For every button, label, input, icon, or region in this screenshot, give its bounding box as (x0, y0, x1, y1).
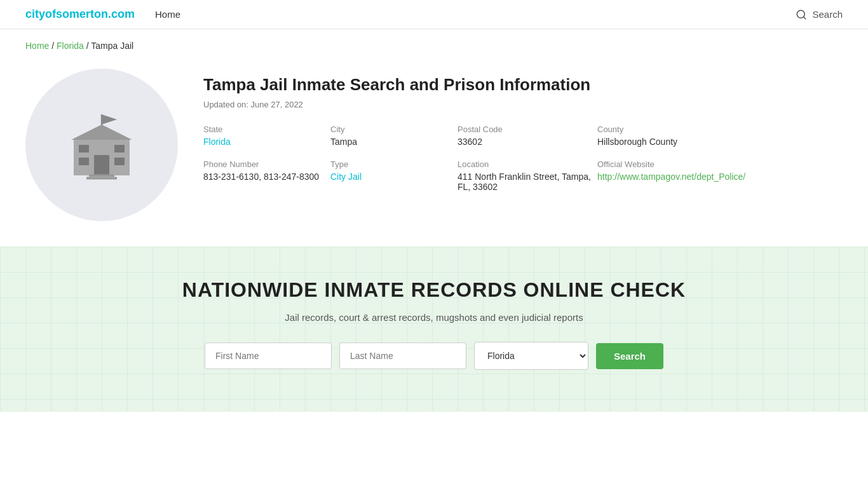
state-value[interactable]: Florida (203, 137, 330, 147)
brand-link[interactable]: cityofsomerton.com (25, 8, 135, 21)
bottom-subtitle: Jail records, court & arrest records, mu… (25, 312, 843, 323)
search-icon (796, 9, 807, 20)
breadcrumb: Home / Florida / Tampa Jail (0, 29, 868, 62)
bottom-section: NATIONWIDE INMATE RECORDS ONLINE CHECK J… (0, 247, 868, 412)
svg-rect-8 (114, 145, 125, 152)
state-cell: State Florida (203, 125, 330, 147)
first-name-input[interactable] (205, 342, 332, 369)
nav-home-link[interactable]: Home (155, 9, 180, 20)
header-search-label: Search (812, 9, 843, 20)
phone-value: 813-231-6130, 813-247-8300 (203, 172, 330, 182)
jail-updated: Updated on: June 27, 2022 (203, 100, 843, 109)
header-left: cityofsomerton.com Home (25, 8, 180, 21)
jail-title: Tampa Jail Inmate Search and Prison Info… (203, 75, 843, 95)
svg-marker-4 (71, 125, 132, 140)
phone-cell: Phone Number 813-231-6130, 813-247-8300 (203, 159, 330, 192)
city-value: Tampa (330, 137, 458, 147)
breadcrumb-state[interactable]: Florida (57, 41, 84, 51)
type-cell: Type City Jail (330, 159, 458, 192)
svg-rect-12 (86, 177, 117, 179)
state-label: State (203, 125, 330, 134)
svg-rect-9 (79, 158, 89, 165)
info-section: Tampa Jail Inmate Search and Prison Info… (203, 69, 843, 192)
postal-cell: Postal Code 33602 (458, 125, 597, 147)
jail-building-icon (51, 94, 153, 196)
state-select[interactable]: AlabamaAlaskaArizonaArkansasCaliforniaCo… (474, 342, 588, 370)
svg-rect-6 (94, 155, 109, 175)
county-cell: County Hillsborough County (597, 125, 763, 147)
main-content: Tampa Jail Inmate Search and Prison Info… (0, 62, 868, 247)
svg-line-1 (804, 17, 806, 18)
breadcrumb-home[interactable]: Home (25, 41, 49, 51)
website-cell: Official Website http://www.tampagov.net… (597, 159, 763, 192)
jail-image-container (25, 69, 178, 221)
location-label: Location (458, 159, 597, 169)
type-label: Type (330, 159, 458, 169)
last-name-input[interactable] (339, 342, 466, 369)
city-cell: City Tampa (330, 125, 458, 147)
location-value: 411 North Franklin Street, Tampa, FL, 33… (458, 172, 597, 192)
postal-label: Postal Code (458, 125, 597, 134)
breadcrumb-current: Tampa Jail (91, 41, 133, 51)
svg-rect-7 (79, 145, 89, 152)
county-value: Hillsborough County (597, 137, 763, 147)
website-value[interactable]: http://www.tampagov.net/dept_Police/ (597, 172, 763, 182)
header-search-button[interactable]: Search (796, 9, 843, 20)
type-value[interactable]: City Jail (330, 172, 458, 182)
svg-marker-3 (102, 114, 117, 125)
search-form: AlabamaAlaskaArizonaArkansasCaliforniaCo… (25, 342, 843, 370)
city-label: City (330, 125, 458, 134)
search-button[interactable]: Search (596, 343, 663, 369)
bottom-title: NATIONWIDE INMATE RECORDS ONLINE CHECK (25, 278, 843, 302)
phone-label: Phone Number (203, 159, 330, 169)
website-label: Official Website (597, 159, 763, 169)
header: cityofsomerton.com Home Search (0, 0, 868, 29)
postal-value: 33602 (458, 137, 597, 147)
location-cell: Location 411 North Franklin Street, Tamp… (458, 159, 597, 192)
county-label: County (597, 125, 763, 134)
svg-rect-11 (89, 174, 114, 177)
info-grid: State Florida City Tampa Postal Code 336… (203, 125, 843, 192)
svg-rect-10 (114, 158, 125, 165)
